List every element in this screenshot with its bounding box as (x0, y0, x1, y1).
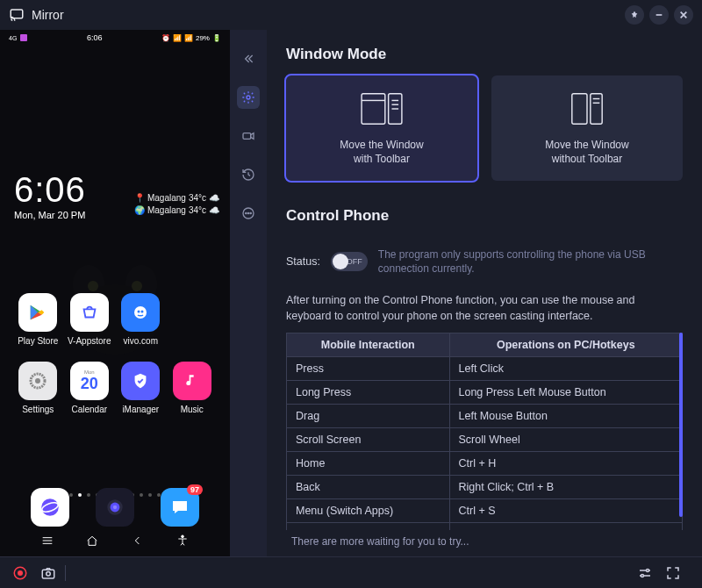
svg-point-6 (132, 281, 142, 291)
nav-home-icon[interactable] (85, 534, 99, 548)
status-label: Status: (286, 255, 320, 268)
table-row: PressLeft Click (287, 357, 683, 381)
minimize-button[interactable] (649, 5, 669, 25)
table-row: DragLeft Mouse Button (287, 405, 683, 428)
table-row: HomeCtrl + H (287, 452, 683, 476)
clock-widget: 6:06 Mon, Mar 20 PM (14, 170, 86, 220)
sidebar-collapse[interactable] (237, 47, 260, 70)
control-phone-title: Control Phone (286, 207, 683, 225)
col-pc: Operations on PC/Hotkeys (449, 333, 683, 357)
svg-point-8 (138, 311, 140, 313)
app-music[interactable]: Music (167, 362, 218, 414)
table-row: Menu (Switch Apps)Ctrl + S (287, 499, 683, 523)
window-mode-without-toolbar[interactable]: Move the Windowwithout Toolbar (491, 75, 683, 181)
svg-rect-30 (572, 94, 587, 124)
app-grid: Play Store V-Appstore vivo.com Settings … (0, 293, 230, 414)
svg-rect-24 (362, 94, 385, 124)
control-description: After turning on the Control Phone funct… (286, 293, 683, 324)
app-title: Mirror (32, 8, 64, 22)
phone-dock: 97 (0, 488, 230, 527)
svg-point-38 (647, 569, 649, 571)
record-button[interactable] (11, 563, 30, 583)
app-v-appstore[interactable]: V-Appstore (64, 293, 116, 346)
screenshot-button[interactable] (39, 563, 58, 583)
sidebar-history[interactable] (237, 163, 260, 186)
table-row: Long PressLong Press Left Mouse Button (287, 381, 683, 405)
svg-point-11 (35, 378, 40, 384)
app-imanager[interactable]: iManager (115, 362, 167, 414)
status-hint: The program only supports controlling th… (378, 247, 683, 276)
phone-battery: 29% (196, 34, 210, 42)
fullscreen-button[interactable] (663, 563, 683, 583)
cast-icon (9, 7, 25, 23)
nav-accessibility-icon[interactable] (176, 534, 190, 548)
nav-menu-icon[interactable] (40, 534, 54, 548)
sidebar-more[interactable] (237, 202, 260, 225)
window-mode-title: Window Mode (286, 46, 683, 63)
svg-point-37 (47, 571, 51, 576)
app-brand: Mirror (9, 7, 64, 23)
table-row: BackRight Click; Ctrl + B (287, 476, 683, 499)
svg-point-9 (141, 311, 144, 313)
phone-navbar (0, 530, 230, 551)
sidebar-settings[interactable] (237, 86, 260, 109)
svg-point-12 (41, 498, 59, 516)
table-row: Scroll ScreenScroll Wheel (287, 428, 683, 452)
svg-point-23 (250, 212, 251, 213)
messages-badge: 97 (187, 484, 203, 495)
table-row: Volume UpCtrl + Up (287, 523, 683, 530)
tool-sidebar (230, 30, 267, 556)
control-toggle[interactable]: OFF (331, 252, 368, 271)
pin-button[interactable] (625, 5, 644, 25)
dock-browser[interactable] (31, 488, 69, 527)
svg-point-17 (182, 535, 184, 538)
svg-point-22 (247, 212, 248, 213)
svg-point-35 (18, 570, 23, 576)
table-scrollbar[interactable] (679, 333, 683, 517)
window-without-toolbar-icon (562, 90, 612, 127)
svg-point-16 (113, 506, 117, 509)
col-mobile: Mobile Interaction (287, 333, 450, 357)
settings-sliders-button[interactable] (635, 563, 655, 583)
weather-widget: 📍Magalang 34°c☁️ 🌍Magalang 34°c☁️ (134, 193, 219, 218)
hotkeys-table: Mobile Interaction Operations on PC/Hotk… (286, 333, 683, 530)
hotkeys-table-wrap: Mobile Interaction Operations on PC/Hotk… (286, 333, 683, 530)
try-more-line: There are more waiting for you to try... (286, 535, 683, 548)
clock-date: Mon, Mar 20 PM (14, 210, 86, 220)
dock-camera[interactable] (96, 488, 134, 527)
svg-point-5 (88, 281, 98, 291)
bottombar (0, 556, 702, 588)
window-with-toolbar-icon (356, 90, 407, 127)
svg-point-18 (247, 96, 250, 99)
svg-point-21 (246, 212, 247, 213)
dock-messages[interactable]: 97 (161, 488, 199, 527)
nav-back-icon[interactable] (131, 534, 145, 548)
settings-panel: Window Mode Move the Windowwith Toolbar … (267, 30, 702, 556)
window-mode-with-toolbar[interactable]: Move the Windowwith Toolbar (286, 75, 477, 181)
app-vivo-com[interactable]: vivo.com (115, 293, 167, 346)
clock-time: 6:06 (14, 170, 86, 210)
svg-point-39 (641, 574, 644, 577)
app-settings[interactable]: Settings (12, 362, 64, 414)
app-calendar[interactable]: Mon20 Calendar (64, 362, 116, 414)
titlebar: Mirror (0, 0, 702, 30)
phone-status-time: 6:06 (87, 33, 103, 42)
app-play-store[interactable]: Play Store (12, 293, 64, 346)
close-button[interactable] (674, 5, 693, 25)
svg-rect-19 (243, 133, 251, 140)
sidebar-record[interactable] (237, 125, 260, 147)
phone-statusbar: 4G 6:06 ⏰📶📶 29% 🔋 (0, 30, 230, 46)
svg-rect-36 (42, 570, 54, 578)
svg-point-7 (134, 306, 147, 319)
phone-mirror[interactable]: 4G 6:06 ⏰📶📶 29% 🔋 6:06 Mon, Mar 20 PM 📍M… (0, 30, 230, 556)
